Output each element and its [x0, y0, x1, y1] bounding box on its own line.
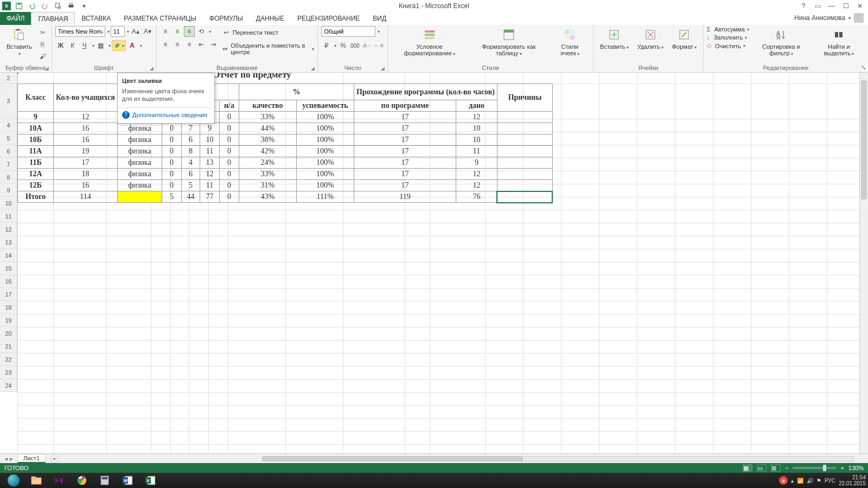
- zoom-in-icon[interactable]: +: [840, 465, 844, 471]
- tray-language[interactable]: РУС: [825, 478, 835, 484]
- qat-customize-icon[interactable]: ▾: [79, 1, 89, 11]
- increase-font-icon[interactable]: A▴: [130, 26, 141, 37]
- tray-chevron-icon[interactable]: ▴: [791, 478, 794, 484]
- view-page-layout-icon[interactable]: ▭: [757, 464, 767, 472]
- row-header[interactable]: 13: [0, 236, 17, 249]
- comma-format-icon[interactable]: 000: [349, 40, 360, 51]
- row-header[interactable]: 5: [0, 132, 17, 145]
- add-sheet-icon[interactable]: +: [50, 454, 59, 463]
- align-left-icon[interactable]: ≡: [160, 39, 171, 50]
- table-row[interactable]: 11Б17физика0413024%100%179: [18, 157, 553, 169]
- row-header[interactable]: 15: [0, 262, 17, 275]
- row-header[interactable]: 7: [0, 158, 17, 171]
- horizontal-scrollbar[interactable]: [64, 455, 863, 463]
- tray-alert-icon[interactable]: ※: [779, 476, 788, 485]
- tray-flag-icon[interactable]: ⚑: [816, 478, 821, 484]
- taskbar-explorer-icon[interactable]: [25, 474, 48, 487]
- dialog-launcher-icon[interactable]: ◢: [311, 66, 316, 71]
- dialog-launcher-icon[interactable]: ◢: [150, 66, 155, 71]
- row-header[interactable]: 14: [0, 249, 17, 262]
- insert-cells-button[interactable]: Вставить▾: [597, 26, 632, 52]
- zoom-slider[interactable]: [793, 467, 836, 469]
- copy-icon[interactable]: ⎘: [37, 39, 48, 50]
- qat-preview-icon[interactable]: [53, 1, 63, 11]
- fill-color-button[interactable]: ▾: [112, 40, 126, 51]
- fill-button[interactable]: ↓ Заполнить▾: [707, 34, 749, 41]
- row-header[interactable]: 17: [0, 288, 17, 301]
- worksheet-grid[interactable]: 23456789101112131415161718192021222324 О…: [0, 73, 868, 463]
- font-size-combo[interactable]: [111, 26, 125, 37]
- format-as-table-button[interactable]: Форматировать как таблицу▾: [470, 26, 548, 59]
- data-table[interactable]: КлассКол-во учащихсяП%Прохождение програ…: [17, 84, 553, 203]
- table-row[interactable]: 912физика048033%100%1712: [18, 112, 553, 123]
- taskbar-word-icon[interactable]: W: [116, 474, 139, 487]
- table-row[interactable]: 12Б16физика0511031%100%1712: [18, 180, 553, 191]
- decrease-indent-icon[interactable]: ⇤: [196, 39, 207, 50]
- cell-styles-button[interactable]: Стили ячеек▾: [550, 26, 590, 59]
- clear-button[interactable]: ◇ Очистить▾: [707, 42, 749, 49]
- qat-redo-icon[interactable]: [40, 1, 50, 11]
- view-page-break-icon[interactable]: ⊞: [771, 464, 781, 472]
- sheet-nav-next-icon[interactable]: ▸: [10, 455, 13, 463]
- format-cells-button[interactable]: Формат▾: [669, 26, 700, 52]
- tab-home[interactable]: ГЛАВНАЯ: [31, 12, 75, 25]
- taskbar-excel-icon[interactable]: X: [139, 474, 162, 487]
- row-header[interactable]: 8: [0, 171, 17, 184]
- start-button[interactable]: [2, 474, 25, 487]
- align-top-icon[interactable]: ≡: [160, 26, 171, 37]
- dialog-launcher-icon[interactable]: ◢: [381, 66, 386, 71]
- vertical-scrollbar[interactable]: [859, 73, 868, 453]
- row-header[interactable]: 3: [0, 84, 17, 119]
- align-center-icon[interactable]: ≡: [172, 39, 183, 50]
- underline-button[interactable]: Ч: [79, 40, 90, 51]
- table-row[interactable]: 10Б16физика0610038%100%1710: [18, 134, 553, 146]
- row-header[interactable]: 19: [0, 314, 17, 327]
- tab-page-layout[interactable]: РАЗМЕТКА СТРАНИЦЫ: [117, 12, 203, 25]
- increase-decimal-icon[interactable]: .0→: [361, 40, 372, 51]
- italic-button[interactable]: К: [67, 40, 78, 51]
- tray-volume-icon[interactable]: 🔊: [807, 478, 813, 484]
- wrap-text-button[interactable]: ↩Перенести текст: [221, 27, 315, 38]
- user-area[interactable]: Нина Анисимова ▾: [794, 13, 864, 23]
- row-header[interactable]: 24: [0, 379, 17, 392]
- increase-indent-icon[interactable]: ⇥: [208, 39, 219, 50]
- tab-review[interactable]: РЕЦЕНЗИРОВАНИЕ: [291, 12, 366, 25]
- font-color-icon[interactable]: A: [127, 40, 138, 51]
- tab-data[interactable]: ДАННЫЕ: [250, 12, 291, 25]
- qat-save-icon[interactable]: [14, 1, 24, 11]
- align-middle-icon[interactable]: ≡: [172, 26, 183, 37]
- sort-filter-button[interactable]: AЯ Сортировка и фильтр▾: [751, 26, 811, 59]
- decrease-decimal-icon[interactable]: ←.0: [373, 40, 384, 51]
- zoom-level[interactable]: 130%: [848, 465, 864, 471]
- bold-button[interactable]: Ж: [55, 40, 66, 51]
- tab-view[interactable]: ВИД: [366, 12, 393, 25]
- row-header[interactable]: 12: [0, 223, 17, 236]
- table-row[interactable]: 11А19физика0811042%100%1711: [18, 146, 553, 157]
- tray-clock[interactable]: 21:54 22.01.2015: [839, 474, 866, 486]
- ribbon-display-icon[interactable]: ▭: [812, 1, 824, 11]
- cut-icon[interactable]: ✂: [37, 27, 48, 38]
- row-header[interactable]: 10: [0, 197, 17, 210]
- table-row[interactable]: 10А16физика079044%100%1710: [18, 123, 553, 134]
- decrease-font-icon[interactable]: A▾: [142, 26, 153, 37]
- row-header[interactable]: 4: [0, 119, 17, 132]
- taskbar-chrome-icon[interactable]: [71, 474, 93, 487]
- orientation-icon[interactable]: ⟲: [196, 26, 207, 37]
- maximize-icon[interactable]: ☐: [840, 1, 852, 11]
- minimize-icon[interactable]: —: [826, 1, 838, 11]
- row-header[interactable]: 6: [0, 145, 17, 158]
- sheet-tab-1[interactable]: Лист1: [17, 454, 46, 463]
- tab-file[interactable]: ФАЙЛ: [0, 12, 31, 25]
- table-row[interactable]: 12А18физика0612033%100%1712: [18, 169, 553, 180]
- taskbar-vs-icon[interactable]: [48, 474, 71, 487]
- qat-print-icon[interactable]: [66, 1, 76, 11]
- row-header[interactable]: 9: [0, 184, 17, 197]
- row-header[interactable]: 22: [0, 353, 17, 366]
- tab-insert[interactable]: ВСТАВКА: [75, 12, 117, 25]
- tray-network-icon[interactable]: 📶: [797, 478, 803, 484]
- row-header[interactable]: 23: [0, 366, 17, 379]
- row-header[interactable]: 18: [0, 301, 17, 314]
- help-icon[interactable]: ?: [797, 1, 809, 11]
- number-format-combo[interactable]: [321, 26, 375, 37]
- merge-center-button[interactable]: ⇔Объединить и поместить в центре▾: [221, 42, 315, 55]
